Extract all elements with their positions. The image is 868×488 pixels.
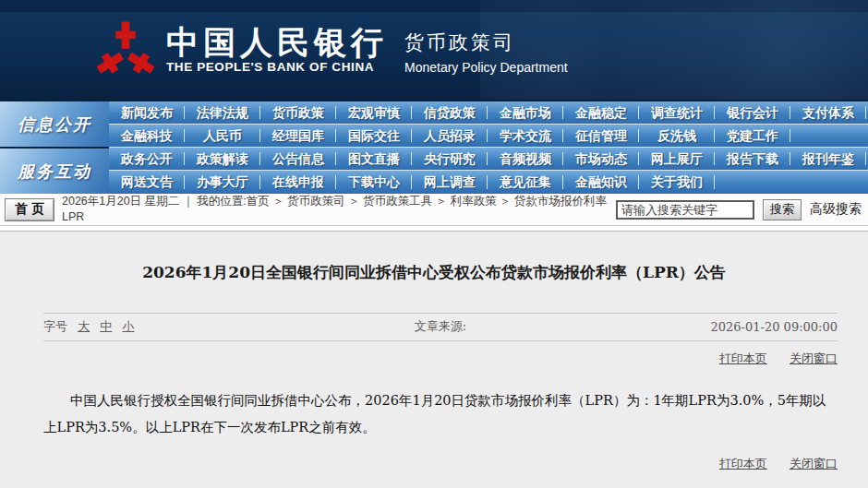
nav-item[interactable]: 金融稳定 <box>563 101 639 124</box>
nav-item[interactable]: 政策解读 <box>185 148 260 170</box>
nav-item[interactable]: 金融科技 <box>109 125 185 147</box>
nav-item[interactable]: 在线申报 <box>260 171 336 194</box>
nav-row: 新闻发布法律法规货币政策宏观审慎信贷政策金融市场金融稳定调查统计银行会计支付体系 <box>109 101 868 125</box>
close-link[interactable]: 关闭窗口 <box>790 457 838 470</box>
nav-item[interactable]: 公告信息 <box>260 148 336 170</box>
bank-name-en: THE PEOPLE'S BANK OF CHINA <box>166 60 388 74</box>
article-panel: 2026年1月20日全国银行间同业拆借中心受权公布贷款市场报价利率（LPR）公告… <box>0 231 868 488</box>
nav-item[interactable]: 网上展厅 <box>639 148 715 170</box>
breadcrumb-line1: 2026年1月20日 星期二 ｜ 我的位置:首页 ＞ 货币政策司 ＞ 货币政策工… <box>62 194 616 209</box>
search-button[interactable]: 搜索 <box>763 199 802 220</box>
nav-item[interactable]: 法律法规 <box>185 101 260 124</box>
font-size-label: 字号 <box>43 319 67 333</box>
nav-section-labels: 信息公开服务互动 <box>0 101 109 194</box>
font-size-large[interactable]: 大 <box>78 319 90 333</box>
nav-item[interactable]: 新闻发布 <box>109 101 185 124</box>
breadcrumb: 2026年1月20日 星期二 ｜ 我的位置:首页 ＞ 货币政策司 ＞ 货币政策工… <box>62 194 616 225</box>
nav-item[interactable]: 人员招录 <box>412 125 488 147</box>
nav-item[interactable]: 货币政策 <box>260 101 336 124</box>
nav-row: 网送文告办事大厅在线申报下载中心网上调查意见征集金融知识关于我们 <box>109 171 868 194</box>
article-title: 2026年1月20日全国银行间同业拆借中心受权公布贷款市场报价利率（LPR）公告 <box>55 261 813 285</box>
nav-item[interactable]: 学术交流 <box>488 125 563 147</box>
article-actions-top: 打印本页 关闭窗口 <box>43 351 838 367</box>
publish-datetime: 2026-01-20 09:00:00 <box>573 320 838 334</box>
nav-item[interactable]: 下载中心 <box>336 171 412 194</box>
nav-item[interactable]: 宏观审慎 <box>336 101 412 124</box>
dept-name-cn: 货币政策司 <box>404 30 568 55</box>
nav-item[interactable]: 报告下载 <box>715 148 790 170</box>
nav-item[interactable]: 关于我们 <box>639 171 715 194</box>
print-link[interactable]: 打印本页 <box>719 351 767 365</box>
search-input[interactable] <box>616 200 754 220</box>
nav-item[interactable]: 报刊年鉴 <box>790 148 866 170</box>
print-link[interactable]: 打印本页 <box>719 457 767 470</box>
nav-item[interactable]: 党建工作 <box>715 125 790 147</box>
nav-item[interactable]: 反洗钱 <box>639 125 715 147</box>
nav-item[interactable]: 支付体系 <box>790 101 866 124</box>
nav-row: 金融科技人民币经理国库国际交往人员招录学术交流征信管理反洗钱党建工作 <box>109 125 868 148</box>
nav-item[interactable]: 网上调查 <box>412 171 488 194</box>
nav-item[interactable]: 政务公开 <box>109 148 185 170</box>
bank-title-block: 中国人民银行 THE PEOPLE'S BANK OF CHINA <box>166 26 388 75</box>
site-header: 中国人民银行 THE PEOPLE'S BANK OF CHINA 货币政策司 … <box>0 0 868 100</box>
search-area: 搜索 高级搜索 <box>616 199 862 220</box>
font-size-small[interactable]: 小 <box>122 319 134 333</box>
nav-item[interactable]: 经理国库 <box>260 125 336 147</box>
nav-menu-rows: 新闻发布法律法规货币政策宏观审慎信贷政策金融市场金融稳定调查统计银行会计支付体系… <box>109 101 868 194</box>
nav-item[interactable]: 市场动态 <box>563 148 639 170</box>
bank-name-cn: 中国人民银行 <box>166 26 388 60</box>
article-body: 中国人民银行授权全国银行间同业拆借中心公布，2026年1月20日贷款市场报价利率… <box>43 387 829 441</box>
breadcrumb-bar: 首 页 2026年1月20日 星期二 ｜ 我的位置:首页 ＞ 货币政策司 ＞ 货… <box>0 194 868 226</box>
dept-title-block: 货币政策司 Monetary Policy Department <box>404 26 568 75</box>
nav-item[interactable]: 网送文告 <box>109 171 185 194</box>
nav-item[interactable]: 音频视频 <box>488 148 563 170</box>
article-meta-bar: 字号 大 中 小 文章来源: 2026-01-20 09:00:00 <box>43 313 838 341</box>
nav-item[interactable]: 征信管理 <box>563 125 639 147</box>
nav-item[interactable]: 图文直播 <box>336 148 412 170</box>
nav-item[interactable]: 银行会计 <box>715 101 790 124</box>
pboc-logo-icon <box>96 19 155 80</box>
nav-item[interactable]: 金融知识 <box>563 171 639 194</box>
nav-item[interactable]: 信贷政策 <box>412 101 488 124</box>
pboc-page: 中国人民银行 THE PEOPLE'S BANK OF CHINA 货币政策司 … <box>0 0 868 488</box>
nav-section-label-0: 信息公开 <box>0 101 109 147</box>
nav-item[interactable]: 人民币 <box>185 125 260 147</box>
nav-item[interactable]: 央行研究 <box>412 148 488 170</box>
nav-item[interactable]: 调查统计 <box>639 101 715 124</box>
main-nav: 信息公开服务互动 新闻发布法律法规货币政策宏观审慎信贷政策金融市场金融稳定调查统… <box>0 100 868 194</box>
advanced-search-link[interactable]: 高级搜索 <box>810 201 862 218</box>
font-size-controls: 字号 大 中 小 <box>43 318 308 335</box>
source-label: 文章来源: <box>308 318 573 335</box>
nav-section-label-1: 服务互动 <box>0 149 109 194</box>
dept-name-en: Monetary Policy Department <box>404 60 568 75</box>
breadcrumb-line2: LPR <box>62 209 616 225</box>
nav-item[interactable]: 金融市场 <box>488 101 563 124</box>
nav-row: 政务公开政策解读公告信息图文直播央行研究音频视频市场动态网上展厅报告下载报刊年鉴 <box>109 148 868 171</box>
article-actions-bottom: 打印本页 关闭窗口 <box>43 456 838 472</box>
nav-item[interactable]: 意见征集 <box>488 171 563 194</box>
close-link[interactable]: 关闭窗口 <box>790 351 838 365</box>
nav-item[interactable]: 国际交往 <box>336 125 412 147</box>
home-button[interactable]: 首 页 <box>5 198 54 221</box>
font-size-medium[interactable]: 中 <box>100 319 112 333</box>
nav-item[interactable]: 办事大厅 <box>185 171 260 194</box>
